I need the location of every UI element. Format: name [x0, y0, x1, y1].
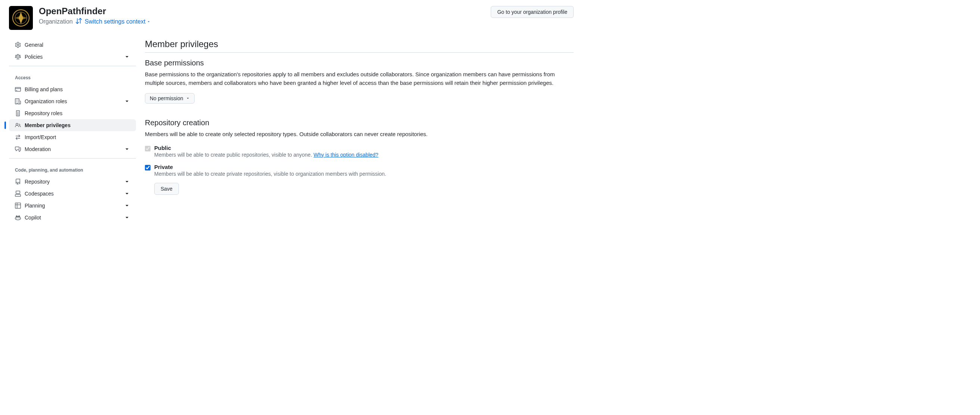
page-header: OpenPathfinder Organization Switch setti… [9, 6, 574, 30]
private-checkbox[interactable] [145, 165, 151, 171]
public-label: Public [154, 145, 574, 151]
chevron-down-icon [124, 54, 130, 60]
chevron-down-icon [124, 98, 130, 104]
people-icon [15, 122, 21, 128]
public-checkbox-row: Public Members will be able to create pu… [145, 145, 574, 158]
sidebar-item-label: Moderation [25, 146, 120, 152]
sidebar-heading-code: Code, planning, and automation [9, 161, 136, 176]
sidebar-item-member-privileges[interactable]: Member privileges [9, 119, 136, 131]
private-label: Private [154, 164, 574, 170]
sidebar-item-label: Member privileges [25, 122, 130, 128]
arrow-switch-icon [15, 134, 21, 140]
base-permissions-title: Base permissions [145, 59, 574, 67]
org-name: OpenPathfinder [39, 6, 151, 16]
base-permissions-desc: Base permissions to the organization's r… [145, 70, 574, 87]
sidebar-item-billing[interactable]: Billing and plans [9, 83, 136, 95]
table-icon [15, 203, 21, 209]
codespaces-icon [15, 191, 21, 197]
compass-icon [12, 9, 30, 27]
sidebar-item-label: Repository [25, 179, 120, 185]
chevron-down-icon [124, 179, 130, 185]
chevron-down-icon [124, 146, 130, 152]
sidebar-item-label: Repository roles [25, 110, 130, 116]
chevron-down-icon [124, 191, 130, 197]
go-to-profile-button[interactable]: Go to your organization profile [491, 6, 574, 18]
repo-icon [15, 179, 21, 185]
sidebar-item-general[interactable]: General [9, 39, 136, 51]
sidebar-item-planning[interactable]: Planning [9, 200, 136, 212]
private-checkbox-row: Private Members will be able to create p… [145, 164, 574, 177]
sidebar-item-label: Policies [25, 54, 120, 60]
switch-context-link[interactable]: Switch settings context [85, 18, 151, 25]
page-title: Member privileges [145, 39, 574, 53]
chevron-down-icon [124, 215, 130, 220]
repo-creation-title: Repository creation [145, 118, 574, 127]
caret-down-icon [186, 96, 190, 100]
caret-down-icon [147, 20, 151, 24]
sidebar-item-codespaces[interactable]: Codespaces [9, 188, 136, 200]
org-avatar[interactable] [9, 6, 33, 30]
sidebar-item-label: Organization roles [25, 98, 120, 104]
id-badge-icon [15, 110, 21, 116]
save-button[interactable]: Save [154, 183, 179, 195]
sidebar-item-label: Copilot [25, 215, 120, 220]
org-type-label: Organization [39, 18, 73, 25]
sidebar-item-label: Import/Export [25, 134, 130, 140]
sidebar-heading-access: Access [9, 69, 136, 83]
main-content: Member privileges Base permissions Base … [145, 39, 574, 227]
sidebar-item-policies[interactable]: Policies [9, 51, 136, 63]
sidebar-item-moderation[interactable]: Moderation [9, 143, 136, 155]
private-desc: Members will be able to create private r… [154, 171, 574, 177]
public-desc: Members will be able to create public re… [154, 152, 574, 158]
base-permissions-dropdown[interactable]: No permission [145, 93, 194, 104]
sidebar-item-copilot[interactable]: Copilot [9, 212, 136, 223]
law-icon [15, 54, 21, 60]
sidebar-item-label: Planning [25, 203, 120, 209]
sidebar-item-import-export[interactable]: Import/Export [9, 131, 136, 143]
sidebar-item-label: Billing and plans [25, 86, 130, 93]
sidebar-item-repo-roles[interactable]: Repository roles [9, 107, 136, 119]
repo-creation-desc: Members will be able to create only sele… [145, 130, 574, 139]
arrow-switch-icon [76, 18, 82, 26]
credit-card-icon [15, 86, 21, 93]
copilot-icon [15, 215, 21, 220]
public-checkbox [145, 146, 151, 152]
why-disabled-link[interactable]: Why is this option disabled? [313, 152, 378, 158]
comment-discussion-icon [15, 146, 21, 152]
sidebar-item-org-roles[interactable]: Organization roles [9, 95, 136, 107]
gear-icon [15, 42, 21, 48]
organization-icon [15, 98, 21, 104]
sidebar-item-label: Codespaces [25, 191, 120, 197]
sidebar-item-repository[interactable]: Repository [9, 176, 136, 188]
sidebar-item-label: General [25, 42, 130, 48]
settings-sidebar: General Policies Access [9, 39, 136, 227]
chevron-down-icon [124, 203, 130, 209]
